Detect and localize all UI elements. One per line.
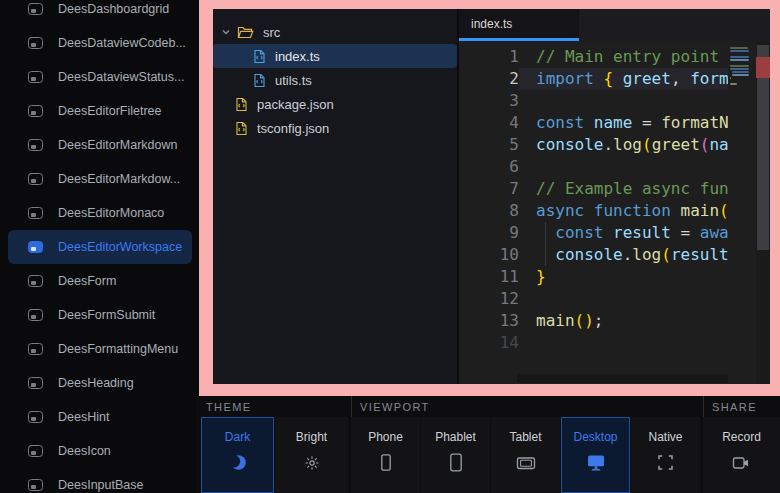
- toolbar-section-header: THEME: [201, 396, 348, 417]
- line-number: 14: [459, 332, 519, 354]
- sidebar-item-deesheading[interactable]: DeesHeading: [8, 366, 192, 400]
- desktop-button[interactable]: Desktop: [561, 417, 630, 493]
- sidebar-item-deeseditormonaco[interactable]: DeesEditorMonaco: [8, 196, 192, 230]
- vertical-scrollbar[interactable]: [756, 41, 770, 384]
- button-label: Bright: [296, 430, 327, 444]
- sidebar-item-deeseditormarkdown[interactable]: DeesEditorMarkdown: [8, 128, 192, 162]
- button-label: Phablet: [435, 430, 476, 444]
- record-icon: [732, 453, 751, 472]
- tree-item-label: src: [263, 25, 280, 40]
- phablet-button[interactable]: Phablet: [421, 417, 490, 493]
- tree-item-tsconfigjson[interactable]: tsconfig.json: [213, 116, 457, 140]
- sidebar-item-deeseditorfiletree[interactable]: DeesEditorFiletree: [8, 94, 192, 128]
- button-label: Phone: [368, 430, 403, 444]
- chevron-down-icon[interactable]: [219, 26, 233, 38]
- code-editor[interactable]: 1// Main entry point2import { greet, for…: [459, 41, 770, 384]
- code-text: async function main(: [519, 200, 728, 222]
- line-number: 11: [459, 266, 519, 288]
- tree-item-label: index.ts: [275, 49, 320, 64]
- component-icon: [28, 275, 43, 287]
- sidebar-item-deesformsubmit[interactable]: DeesFormSubmit: [8, 298, 192, 332]
- sidebar-item-deesdataviewcodeb[interactable]: DeesDataviewCodeb...: [8, 26, 192, 60]
- tree-item-src[interactable]: src: [213, 20, 457, 44]
- toolbar-section-share: SHARERecord: [701, 396, 780, 493]
- bright-button[interactable]: Bright: [275, 417, 348, 493]
- sidebar-item-deeshint[interactable]: DeesHint: [8, 400, 192, 434]
- sidebar-item-deesicon[interactable]: DeesIcon: [8, 434, 192, 468]
- component-icon: [28, 377, 43, 389]
- tree-item-utilsts[interactable]: utils.ts: [213, 68, 457, 92]
- code-line: 1// Main entry point: [459, 46, 770, 68]
- button-label: Record: [722, 430, 761, 444]
- code-text: [519, 288, 728, 310]
- code-line: 9 const result = awa: [459, 222, 770, 244]
- code-text: // Example async fun: [519, 178, 728, 200]
- toolbar-buttons: Record: [703, 417, 780, 493]
- sidebar-item-deesdataviewstatus[interactable]: DeesDataviewStatus...: [8, 60, 192, 94]
- phone-icon: [378, 453, 394, 472]
- line-number: 1: [459, 46, 519, 68]
- component-icon: [28, 173, 43, 185]
- phone-button[interactable]: Phone: [351, 417, 420, 493]
- sidebar-item-deesdashboardgrid[interactable]: DeesDashboardgrid: [8, 0, 192, 26]
- component-icon: [28, 241, 43, 253]
- tablet-button[interactable]: Tablet: [491, 417, 560, 493]
- line-number: 4: [459, 112, 519, 134]
- code-text: // Main entry point: [519, 46, 728, 68]
- line-number: 12: [459, 288, 519, 310]
- minimap[interactable]: [728, 41, 756, 384]
- tree-item-packagejson[interactable]: package.json: [213, 92, 457, 116]
- sidebar-item-label: DeesInputBase: [58, 478, 143, 492]
- sidebar-item-deeseditorworkspace[interactable]: DeesEditorWorkspace: [8, 230, 192, 264]
- code-text: [519, 332, 728, 354]
- code-line: 3: [459, 90, 770, 112]
- sidebar-item-deeseditormarkdow[interactable]: DeesEditorMarkdow...: [8, 162, 192, 196]
- json-file-icon: [235, 97, 248, 112]
- native-button[interactable]: Native: [631, 417, 700, 493]
- line-number: 3: [459, 90, 519, 112]
- code-text: [519, 90, 728, 112]
- json-file-icon: [235, 121, 248, 136]
- record-button[interactable]: Record: [703, 417, 780, 493]
- code-line: 8async function main(: [459, 200, 770, 222]
- code-text: console.log(result: [519, 244, 728, 266]
- component-icon: [28, 3, 43, 15]
- button-label: Native: [648, 430, 682, 444]
- component-icon: [28, 445, 43, 457]
- indent-guide: [545, 222, 546, 266]
- ts-file-icon: [253, 73, 266, 88]
- minimap-line: [730, 68, 749, 70]
- component-icon: [28, 207, 43, 219]
- component-icon: [28, 139, 43, 151]
- sidebar-item-label: DeesEditorMarkdown: [58, 138, 178, 152]
- component-sidebar: DeesDashboardgridDeesDataviewCodeb...Dee…: [0, 0, 196, 493]
- code-text: import { greet, form: [519, 68, 728, 90]
- tree-item-label: utils.ts: [275, 73, 312, 88]
- minimap-line: [730, 56, 749, 58]
- sidebar-item-label: DeesHint: [58, 410, 109, 424]
- component-icon: [28, 37, 43, 49]
- line-number: 9: [459, 222, 519, 244]
- tab-index-ts[interactable]: index.ts: [459, 9, 579, 41]
- horizontal-scrollbar[interactable]: [517, 374, 728, 383]
- code-line: 6: [459, 156, 770, 178]
- code-line: 4const name = formatN: [459, 112, 770, 134]
- code-line: 10 console.log(result: [459, 244, 770, 266]
- ts-file-icon: [253, 49, 266, 64]
- minimap-line: [732, 74, 749, 76]
- tree-item-indexts[interactable]: index.ts: [213, 44, 457, 68]
- line-number: 6: [459, 156, 519, 178]
- editor-tab-bar: index.ts: [459, 9, 770, 41]
- editor-workspace-demo: srcindex.tsutils.tspackage.jsontsconfig.…: [213, 9, 770, 384]
- native-icon: [657, 453, 674, 472]
- tab-label: index.ts: [471, 17, 512, 31]
- sidebar-item-label: DeesFormattingMenu: [58, 342, 178, 356]
- minimap-line: [730, 65, 749, 67]
- sidebar-item-deesform[interactable]: DeesForm: [8, 264, 192, 298]
- moon-icon: [228, 453, 248, 472]
- sidebar-item-deesformattingmenu[interactable]: DeesFormattingMenu: [8, 332, 192, 366]
- minimap-line: [730, 77, 731, 79]
- dark-button[interactable]: Dark: [201, 417, 274, 493]
- desktop-icon: [586, 453, 606, 472]
- sidebar-item-deesinputbase[interactable]: DeesInputBase: [8, 468, 192, 493]
